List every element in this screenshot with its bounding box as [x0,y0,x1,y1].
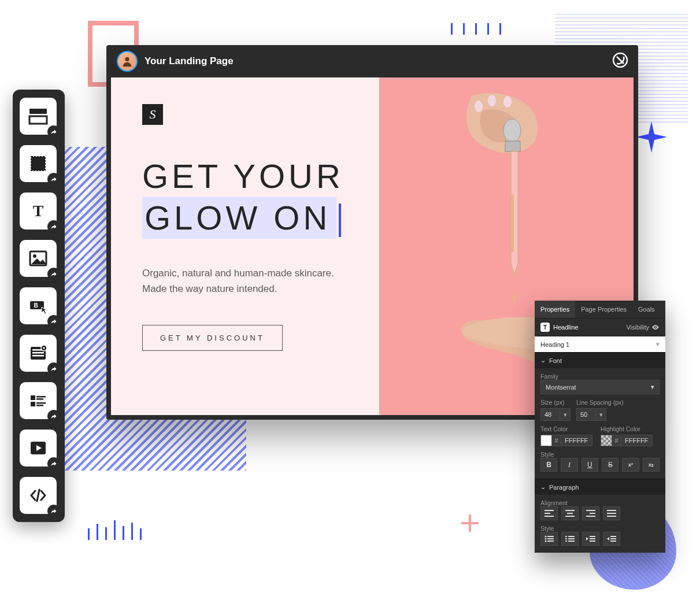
properties-panel: Properties Page Properties Goals T Headl… [535,301,665,553]
section-tool[interactable] [20,98,57,135]
bullet-list-button[interactable] [540,532,558,546]
indent-button[interactable] [603,532,620,546]
font-family-select[interactable]: Montserrat ▾ [540,380,660,394]
italic-button[interactable]: I [561,458,577,472]
svg-rect-56 [590,541,595,542]
video-tool[interactable] [20,430,57,467]
svg-text:B: B [34,302,38,309]
text-tool[interactable]: T [20,193,57,230]
family-label: Family [540,373,660,380]
svg-rect-51 [568,538,575,539]
list-style-label: Style [540,525,660,532]
svg-rect-59 [610,541,616,542]
svg-rect-50 [565,538,567,539]
chevron-down-icon: ▾ [656,340,660,348]
headline-line1: GET YOUR [142,156,351,197]
svg-rect-58 [610,538,616,539]
subscript-button[interactable]: x₂ [643,458,660,472]
brand-logo-icon [613,53,628,71]
decorative-star-icon [636,121,667,153]
align-right-button[interactable] [582,506,599,520]
canvas-content: S GET YOUR GLOW ON Organic, natural and … [111,77,379,415]
headline-line2-selected: GLOW ON [142,197,336,239]
form-tool[interactable] [20,335,57,372]
editor-header: Your Landing Page [106,45,638,77]
share-icon [47,410,60,423]
svg-point-29 [655,327,656,328]
panel-tabs: Properties Page Properties Goals [535,301,665,318]
chevron-down-icon: ⌄ [540,483,546,491]
paragraph-section-header[interactable]: ⌄ Paragraph [535,479,665,495]
align-left-button[interactable] [540,506,558,520]
text-color-hex-input[interactable]: FFFFFF [561,435,592,446]
outdent-button[interactable] [582,532,599,546]
line-spacing-stepper[interactable]: ▾ [596,408,606,421]
superscript-button[interactable]: x² [622,458,639,472]
hash-label: # [552,435,561,446]
svg-rect-35 [565,516,575,517]
bold-button[interactable]: B [540,458,557,472]
text-cursor [339,203,341,237]
svg-point-42 [545,536,547,538]
row-tool[interactable] [20,382,57,419]
share-icon [47,457,60,470]
svg-point-21 [125,57,129,61]
svg-point-24 [488,95,496,106]
visibility-label: Visibility [626,324,649,331]
share-icon [47,268,60,280]
svg-point-26 [503,119,521,142]
alignment-label: Alignment [540,499,660,506]
svg-rect-33 [565,510,575,511]
align-justify-button[interactable] [603,506,620,520]
tab-page-properties[interactable]: Page Properties [575,301,632,318]
svg-rect-17 [31,402,35,406]
heading-level-select[interactable]: Heading 1 ▾ [535,336,665,352]
numbered-list-button[interactable] [561,532,579,546]
svg-rect-27 [505,141,520,151]
font-size-input[interactable]: 48 [540,408,560,421]
cta-button[interactable]: GET MY DISCOUNT [142,325,283,351]
image-tool[interactable] [20,240,57,277]
page-title: Your Landing Page [145,55,234,67]
svg-rect-32 [545,516,554,517]
svg-rect-41 [607,516,616,517]
line-spacing-label: Line Spacing (px) [576,399,624,406]
svg-rect-57 [610,536,616,537]
chevron-down-icon: ⌄ [540,357,546,364]
html-tool[interactable] [20,477,57,514]
page-logo[interactable]: S [142,104,163,125]
underline-button[interactable]: U [582,458,598,472]
svg-rect-53 [568,541,575,542]
align-center-button[interactable] [561,506,579,520]
headline-text[interactable]: GET YOUR GLOW ON [142,156,351,239]
svg-point-44 [545,538,547,540]
svg-rect-30 [545,510,554,511]
svg-point-6 [33,254,36,258]
tab-goals[interactable]: Goals [632,301,661,318]
text-color-swatch[interactable] [540,435,552,446]
subcopy-text[interactable]: Organic, natural and human-made skincare… [142,265,350,297]
svg-rect-15 [36,396,46,398]
eye-icon[interactable] [651,323,660,331]
line-spacing-input[interactable]: 50 [576,408,596,421]
svg-rect-31 [545,513,550,514]
highlight-color-swatch[interactable] [601,435,612,446]
svg-rect-14 [31,395,35,400]
box-tool[interactable] [20,145,57,182]
svg-rect-37 [590,513,595,514]
svg-rect-38 [586,516,595,517]
share-icon [47,362,60,375]
svg-rect-43 [547,536,554,537]
button-tool[interactable]: B [20,287,57,324]
decorative-plus-icon [461,515,479,532]
svg-rect-45 [547,538,554,539]
font-size-stepper[interactable]: ▾ [560,408,571,421]
strikethrough-button[interactable]: S [602,458,618,472]
avatar[interactable] [117,51,138,72]
highlight-color-hex-input[interactable]: FFFFFF [621,435,653,446]
text-color-label: Text Color [540,425,592,432]
svg-rect-36 [586,510,595,511]
svg-rect-16 [36,398,43,400]
tab-properties[interactable]: Properties [535,301,575,318]
font-section-header[interactable]: ⌄ Font [535,352,665,368]
